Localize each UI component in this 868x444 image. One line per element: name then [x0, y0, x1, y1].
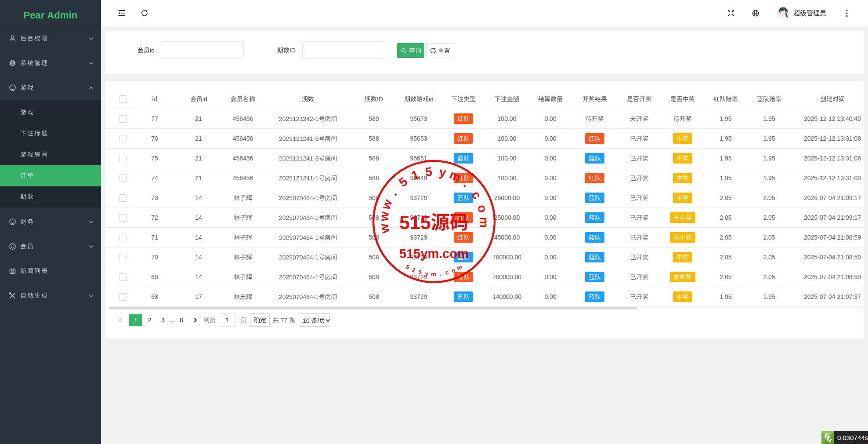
svg-text:5: 5 [418, 269, 423, 276]
svg-text:1: 1 [409, 167, 421, 183]
svg-text:.: . [387, 188, 400, 198]
svg-text:m: m [447, 167, 463, 185]
svg-text:.: . [439, 270, 441, 277]
svg-text:c: c [469, 189, 484, 202]
svg-text:o: o [451, 267, 456, 274]
svg-text:m: m [456, 263, 463, 272]
svg-text:m: m [431, 271, 436, 277]
svg-text:c: c [445, 269, 449, 276]
svg-text:5: 5 [425, 164, 433, 178]
svg-text:5: 5 [405, 263, 411, 271]
svg-text:y: y [438, 165, 447, 179]
svg-text:w: w [377, 223, 392, 235]
svg-text:w: w [377, 211, 391, 222]
svg-text:o: o [475, 203, 490, 214]
svg-text:.: . [461, 178, 473, 190]
svg-text:515ym.com: 515ym.com [399, 247, 469, 261]
svg-text:1: 1 [411, 266, 416, 274]
svg-text:m: m [477, 217, 491, 228]
svg-text:w: w [379, 197, 395, 211]
svg-text:y: y [425, 270, 429, 277]
svg-text:5: 5 [396, 175, 410, 189]
